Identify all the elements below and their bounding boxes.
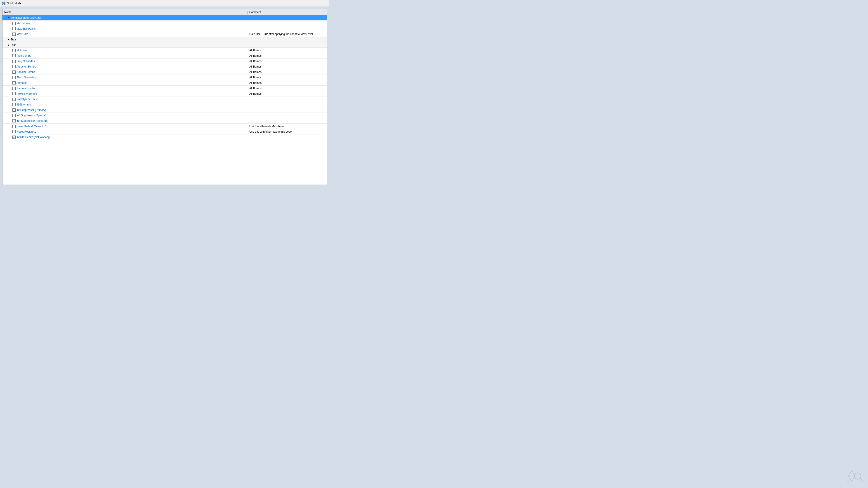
row-name-cell[interactable]: Infinite Health (Not Working) bbox=[2, 135, 248, 139]
max-skill-points-label[interactable]: Max Skill Points bbox=[17, 27, 36, 30]
row-name-cell[interactable]: Inf. Suppressor (Sidearm) bbox=[2, 119, 248, 123]
table-row[interactable]: Molotovs All Bombs bbox=[2, 48, 327, 53]
row-name-cell[interactable]: Max Money bbox=[2, 22, 248, 25]
table-row[interactable]: Attractor All Bombs bbox=[2, 80, 327, 86]
max-money-checkbox[interactable] bbox=[12, 22, 16, 25]
column-header-name: Name bbox=[2, 11, 248, 14]
remote-bombs-checkbox[interactable] bbox=[12, 87, 16, 90]
remote-bombs-label[interactable]: Remote Bombs bbox=[17, 87, 35, 90]
table-row[interactable]: Napalm Bombs All Bombs bbox=[2, 69, 327, 75]
polystyrene-fix-checkbox[interactable] bbox=[12, 98, 16, 101]
table-row[interactable]: Inf Suppressor (Primary) bbox=[2, 107, 327, 113]
reset-rock-checkbox[interactable] bbox=[12, 130, 16, 133]
attractor-checkbox[interactable] bbox=[12, 81, 16, 85]
root-node[interactable]: ▼ bendsavegame\.ps4\.sav bbox=[2, 15, 327, 21]
pipe-bombs-label[interactable]: Pipe Bombs bbox=[17, 54, 31, 57]
table-row[interactable]: Inf. Suppressor (Special) bbox=[2, 113, 327, 118]
loot-section-cell[interactable]: ▶ Loot: bbox=[2, 43, 248, 46]
frag-grenades-label[interactable]: Frag Grenades bbox=[17, 60, 35, 63]
molotovs-label[interactable]: Molotovs bbox=[17, 49, 27, 52]
table-row[interactable]: Remote Bombs All Bombs bbox=[2, 86, 327, 91]
attractor-bombs-comment: All Bombs bbox=[248, 65, 327, 68]
ammo-9999-checkbox[interactable] bbox=[12, 103, 16, 106]
row-name-cell[interactable]: Reset Rock to 1 bbox=[2, 130, 248, 133]
molotovs-checkbox[interactable] bbox=[12, 49, 16, 52]
inf-suppressor-primary-label[interactable]: Inf Suppressor (Primary) bbox=[17, 108, 46, 111]
root-node-cell[interactable]: ▼ bendsavegame\.ps4\.sav bbox=[2, 16, 248, 20]
proximity-bombs-checkbox[interactable] bbox=[12, 92, 16, 95]
row-name-cell[interactable]: Reset Knife & Melee to 1 bbox=[2, 125, 248, 128]
polystyrene-fix-label[interactable]: Polystyrene Fix 2 bbox=[17, 98, 37, 101]
table-row[interactable]: Reset Knife & Melee to 1 Use this after/… bbox=[2, 124, 327, 129]
row-name-cell[interactable]: Attractor Bombs bbox=[2, 65, 248, 68]
row-name-cell[interactable]: Pipe Bombs bbox=[2, 54, 248, 57]
napalm-bombs-comment: All Bombs bbox=[248, 70, 327, 74]
table-row[interactable]: Flash Grenades All Bombs bbox=[2, 75, 327, 80]
inf-suppressor-sidearm-checkbox[interactable] bbox=[12, 119, 16, 123]
table-row[interactable]: Inf. Suppressor (Sidearm) bbox=[2, 118, 327, 124]
table-body[interactable]: ▼ bendsavegame\.ps4\.sav Max Money Max S… bbox=[2, 15, 327, 185]
row-name-cell[interactable]: Inf Suppressor (Primary) bbox=[2, 108, 248, 111]
flash-grenades-label[interactable]: Flash Grenades bbox=[17, 76, 36, 79]
attractor-bombs-label[interactable]: Attractor Bombs bbox=[17, 65, 36, 68]
row-name-cell[interactable]: Max EXP bbox=[2, 33, 248, 36]
row-name-cell[interactable]: Flash Grenades bbox=[2, 76, 248, 79]
reset-rock-comment: Use this with/after max ammo code bbox=[248, 130, 327, 133]
inf-suppressor-special-label[interactable]: Inf. Suppressor (Special) bbox=[17, 114, 46, 117]
table-row[interactable]: Reset Rock to 1 Use this with/after max … bbox=[2, 129, 327, 134]
row-name-cell[interactable]: Max Skill Points bbox=[2, 27, 248, 30]
inf-suppressor-sidearm-label[interactable]: Inf. Suppressor (Sidearm) bbox=[17, 119, 48, 123]
table-row[interactable]: Attractor Bombs All Bombs bbox=[2, 64, 327, 69]
table-row[interactable]: Polystyrene Fix 2 bbox=[2, 96, 327, 102]
column-header-comment: Comment bbox=[248, 11, 327, 14]
stats-expand-icon[interactable]: ▶ bbox=[8, 38, 9, 41]
table-row[interactable]: Pipe Bombs All Bombs bbox=[2, 53, 327, 59]
row-name-cell[interactable]: Molotovs bbox=[2, 49, 248, 52]
row-name-cell[interactable]: Napalm Bombs bbox=[2, 70, 248, 74]
remote-bombs-comment: All Bombs bbox=[248, 87, 327, 90]
reset-knife-checkbox[interactable] bbox=[12, 125, 16, 128]
table-row[interactable]: Max Skill Points bbox=[2, 26, 327, 31]
reset-knife-label[interactable]: Reset Knife & Melee to 1 bbox=[17, 125, 46, 128]
table-row[interactable]: Max Money bbox=[2, 21, 327, 26]
collapse-icon[interactable]: ▼ bbox=[8, 17, 10, 19]
flash-grenades-checkbox[interactable] bbox=[12, 76, 16, 79]
infinite-health-label[interactable]: Infinite Health (Not Working) bbox=[17, 135, 51, 139]
max-money-label[interactable]: Max Money bbox=[17, 22, 31, 25]
table-header: Name Comment bbox=[2, 9, 327, 15]
max-exp-label[interactable]: Max EXP bbox=[17, 33, 28, 36]
inf-suppressor-special-checkbox[interactable] bbox=[12, 114, 16, 117]
stats-section-row[interactable]: ▶ Stats: bbox=[2, 37, 327, 42]
loot-section-row[interactable]: ▶ Loot: bbox=[2, 42, 327, 48]
infinite-health-checkbox[interactable] bbox=[12, 135, 16, 139]
napalm-bombs-label[interactable]: Napalm Bombs bbox=[17, 70, 35, 74]
row-name-cell[interactable]: Remote Bombs bbox=[2, 87, 248, 90]
row-name-cell[interactable]: Attractor bbox=[2, 81, 248, 85]
table-row[interactable]: Infinite Health (Not Working) bbox=[2, 134, 327, 140]
row-name-cell[interactable]: Frag Grenades bbox=[2, 60, 248, 63]
napalm-bombs-checkbox[interactable] bbox=[12, 70, 16, 74]
attractor-comment: All Bombs bbox=[248, 81, 327, 85]
reset-rock-label[interactable]: Reset Rock to 1 bbox=[17, 130, 36, 133]
row-name-cell[interactable]: Polystyrene Fix 2 bbox=[2, 98, 248, 101]
table-row[interactable]: Proximity Bombs All Bombs bbox=[2, 91, 327, 96]
stats-section-cell[interactable]: ▶ Stats: bbox=[2, 38, 248, 41]
max-exp-checkbox[interactable] bbox=[12, 33, 16, 36]
ammo-9999-label[interactable]: 9999 Ammo bbox=[17, 103, 31, 106]
loot-expand-icon[interactable]: ▶ bbox=[8, 44, 9, 46]
row-name-cell[interactable]: Proximity Bombs bbox=[2, 92, 248, 95]
inf-suppressor-primary-checkbox[interactable] bbox=[12, 108, 16, 111]
row-name-cell[interactable]: 9999 Ammo bbox=[2, 103, 248, 106]
max-skill-points-checkbox[interactable] bbox=[12, 27, 16, 30]
proximity-bombs-label[interactable]: Proximity Bombs bbox=[17, 92, 37, 95]
attractor-label[interactable]: Attractor bbox=[17, 81, 27, 85]
row-name-cell[interactable]: Inf. Suppressor (Special) bbox=[2, 114, 248, 117]
table-row[interactable]: Frag Grenades All Bombs bbox=[2, 59, 327, 64]
table-row[interactable]: 9999 Ammo bbox=[2, 102, 327, 107]
frag-grenades-checkbox[interactable] bbox=[12, 60, 16, 63]
title-bar: Q Quick Mode bbox=[0, 0, 329, 7]
attractor-bombs-checkbox[interactable] bbox=[12, 65, 16, 68]
table-row[interactable]: Max EXP Gain ONE EXP after applying the … bbox=[2, 31, 327, 37]
pipe-bombs-checkbox[interactable] bbox=[12, 54, 16, 57]
window-title: Quick Mode bbox=[7, 2, 21, 5]
